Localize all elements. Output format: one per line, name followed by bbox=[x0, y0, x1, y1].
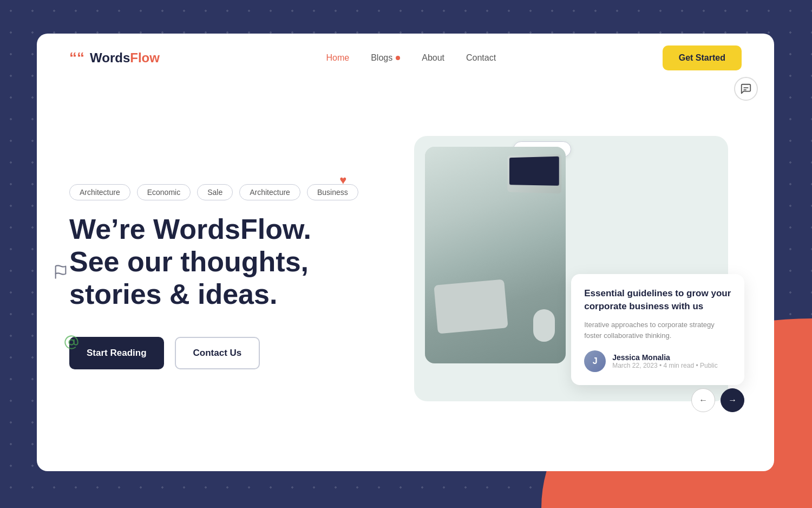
blogs-notification-dot bbox=[396, 56, 400, 60]
nav-about[interactable]: About bbox=[422, 53, 444, 62]
author-name: Jessica Monalia bbox=[612, 353, 718, 362]
nav-blogs[interactable]: Blogs bbox=[371, 53, 400, 63]
blog-image-card bbox=[425, 147, 566, 363]
tablet-decoration bbox=[434, 279, 508, 334]
blog-info-card: Essential guidelines to grow your corpor… bbox=[571, 274, 744, 385]
mouse-decoration bbox=[533, 309, 555, 342]
laptop-decoration bbox=[507, 154, 561, 193]
blog-card-description: Iterative approaches to corporate strate… bbox=[584, 320, 731, 341]
hero-section: ♥ Architecture Economic Sale Architectur… bbox=[37, 82, 774, 471]
author-info: Jessica Monalia March 22, 2023 • 4 min r… bbox=[612, 353, 718, 369]
start-reading-button[interactable]: Start Reading bbox=[69, 337, 164, 369]
hero-right: Architecture Es bbox=[401, 136, 742, 418]
main-card: ““ WordsFlow Home Blogs About Contact bbox=[37, 34, 774, 471]
logo-flow: Flow bbox=[130, 50, 160, 65]
tag-economic[interactable]: Economic bbox=[137, 184, 191, 200]
tag-sale[interactable]: Sale bbox=[197, 184, 233, 200]
at-icon bbox=[64, 335, 79, 353]
logo[interactable]: ““ WordsFlow bbox=[69, 50, 160, 66]
get-started-button[interactable]: Get Started bbox=[663, 45, 742, 70]
logo-words: Words bbox=[90, 50, 130, 65]
flag-icon bbox=[53, 264, 68, 283]
author-avatar: J bbox=[584, 350, 606, 372]
author-meta: March 22, 2023 • 4 min read • Public bbox=[612, 362, 718, 369]
prev-arrow-button[interactable]: ← bbox=[691, 388, 715, 412]
logo-quotes-icon: ““ bbox=[69, 50, 84, 66]
laptop-screen bbox=[509, 157, 559, 186]
hero-buttons: Start Reading Contact Us bbox=[69, 337, 379, 369]
nav-links: Home Blogs About Contact bbox=[326, 53, 496, 63]
next-arrow-button[interactable]: → bbox=[721, 388, 744, 412]
tag-architecture-1[interactable]: Architecture bbox=[69, 184, 130, 200]
tags-row: Architecture Economic Sale Architecture … bbox=[69, 184, 379, 200]
nav-home[interactable]: Home bbox=[326, 53, 349, 62]
tag-architecture-2[interactable]: Architecture bbox=[239, 184, 300, 200]
hero-left: ♥ Architecture Economic Sale Architectur… bbox=[69, 184, 401, 369]
nav-contact[interactable]: Contact bbox=[466, 53, 496, 62]
nav-arrows: ← → bbox=[691, 388, 744, 412]
blog-image bbox=[425, 147, 566, 363]
contact-us-button[interactable]: Contact Us bbox=[175, 337, 260, 369]
hero-title: We’re WordsFlow. See our thoughts, stori… bbox=[69, 213, 379, 310]
svg-point-3 bbox=[69, 340, 74, 344]
blog-author: J Jessica Monalia March 22, 2023 • 4 min… bbox=[584, 350, 731, 372]
tag-business[interactable]: Business bbox=[307, 184, 358, 200]
logo-text: WordsFlow bbox=[90, 50, 160, 66]
blog-card-container: Architecture Es bbox=[414, 136, 728, 401]
blog-card-title: Essential guidelines to grow your corpor… bbox=[584, 287, 731, 313]
navbar: ““ WordsFlow Home Blogs About Contact bbox=[37, 34, 774, 82]
heart-icon: ♥ bbox=[339, 173, 346, 187]
